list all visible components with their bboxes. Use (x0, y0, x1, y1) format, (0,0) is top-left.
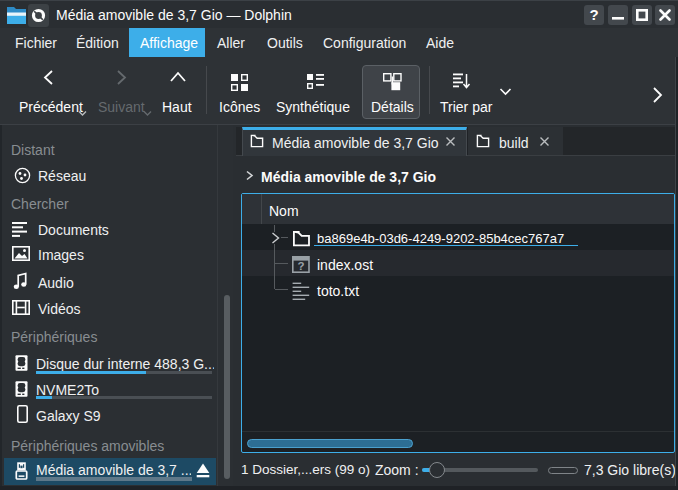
svg-text:?: ? (297, 260, 304, 272)
svg-text:?: ? (589, 7, 598, 23)
